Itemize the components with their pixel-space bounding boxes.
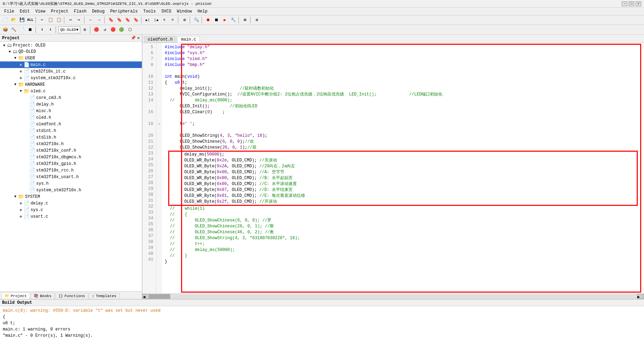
tb-bookmark1[interactable]: 🔖 [107,16,115,24]
tb-indent1[interactable]: ▶| [144,16,152,24]
menu-file[interactable]: File [1,8,17,15]
menu-project[interactable]: Project [48,8,71,15]
hscroll-track[interactable] [149,294,637,299]
tree-stm32f10x-it-c[interactable]: ⊕ 📄 stm32f10x_it.c [0,68,142,75]
tb-back[interactable]: ← [87,16,95,24]
tree-qd-oled[interactable]: ▼ 🗂 QD-OLED [0,49,142,55]
tree-delay-h[interactable]: 📄 delay.h [0,101,142,108]
tb-save[interactable]: 💾 [18,16,26,24]
tb2-build-all[interactable]: 📦 [1,26,9,34]
menu-flash[interactable]: Flash [71,8,89,15]
tab-functions[interactable]: {} Functions [55,293,88,299]
tb-play[interactable]: ▶ [221,16,229,24]
tb-paste[interactable]: 📋 [55,16,63,24]
tb2-target-dropdown[interactable]: QD-OLED ▼ [58,26,80,33]
tb-saveall[interactable]: ALL [26,16,34,24]
tb-record[interactable]: ⏺ [204,16,212,24]
tab-main-c[interactable]: main.c [177,36,200,43]
menu-view[interactable]: View [33,8,48,15]
tb-bookmark3[interactable]: 🔖 [124,16,131,24]
code-content[interactable]: #include "delay.h" #include "sys.h" #inc… [162,43,644,293]
tb2-build-target[interactable]: 🔨 [10,26,17,34]
tb-undo[interactable]: ↩ [67,16,74,24]
tb2-download[interactable]: ⬇ [38,26,46,34]
tree-stm32f10x-rcc-h[interactable]: 📄 stm32f10x_rcc.h [0,167,142,174]
tb2-target2[interactable]: 🟢 [118,26,125,34]
tb-indent3[interactable]: ≡ [161,16,168,24]
menu-svcs[interactable]: SVCS [158,8,174,15]
tb-forward[interactable]: → [95,16,103,24]
tb2-manage[interactable]: ⚙ [81,26,89,34]
tree-project-oled[interactable]: ▼ 🗂 Project: OLED [0,42,142,49]
tree-usart-c[interactable]: ⊕ 📄 usart.c [0,213,142,220]
tree-stm32f10x-conf-h[interactable]: 📄 stm32f10x_conf.h [0,147,142,154]
tb2-stop[interactable]: ⏹ [26,26,34,34]
tree-user-folder[interactable]: ▼ 📁 USER [0,55,142,61]
hscroll-left[interactable]: ◀ [142,294,149,299]
tree-misc-h[interactable]: 📄 misc.h [0,108,142,114]
tree-system-folder[interactable]: ▼ 📁 SYSTEM [0,193,142,200]
tree-stm32f10x-dbgmcu-h[interactable]: 📄 stm32f10x_dbgmcu.h [0,154,142,160]
tree-system-stm32f10x-h[interactable]: 📄 system_stm32f10x.h [0,187,142,193]
tb-bookmark4[interactable]: 🔖 [132,16,140,24]
project-close-icon[interactable]: ✕ [137,35,140,41]
tree-sys-c[interactable]: ⊕ 📄 sys.c [0,207,142,213]
tab-project[interactable]: 📁 Project [1,293,30,299]
tree-oled-c[interactable]: ▼ 📁 oled.c [0,88,142,94]
tree-core-cm3-h[interactable]: 📄 core_cm3.h [0,94,142,101]
close-button[interactable]: × [636,1,641,6]
tb-stop[interactable]: ⏹ [213,16,220,24]
tb-open[interactable]: 📂 [10,16,17,24]
editor-hscroll[interactable]: ◀ ▶ [142,293,644,299]
tree-stm32f10x-usart-h[interactable]: 📄 stm32f10x_usart.h [0,174,142,180]
menu-peripherals[interactable]: Peripherals [107,8,140,15]
tree-stdlib-h[interactable]: 📄 stdlib.h [0,134,142,141]
hscroll-thumb[interactable] [149,294,170,299]
tb2-options[interactable]: 🔴 [93,26,100,34]
tb-sep7 [190,17,191,24]
maximize-button[interactable]: □ [629,1,634,6]
tb2-download2[interactable]: ⬇ [47,26,54,34]
menu-edit[interactable]: Edit [17,8,33,15]
tree-stm32f10x-h[interactable]: 📄 stm32f10x.h [0,141,142,147]
menu-tools[interactable]: Tools [140,8,158,15]
tb-settings[interactable]: ⚙ [253,16,261,24]
tb-play2[interactable]: 🔧 [229,16,237,24]
tree-system-stm32f10x-c[interactable]: ⊕ 📄 system_stm32f10x.c [0,75,142,81]
tree-main-c[interactable]: ⊕ 📄 main.c [0,61,142,68]
code-line [165,127,641,133]
menu-window[interactable]: Window [174,8,195,15]
hscroll-right[interactable]: ▶ [637,294,644,299]
tree-hardware-folder[interactable]: ▼ 📁 HARDWARE [0,81,142,88]
tab-templates[interactable]: ↕ Templates [89,293,120,299]
file-icon: 📄 [29,108,35,114]
tree-delay-c[interactable]: ⊕ 📄 delay.c [0,200,142,207]
tree-oled-h[interactable]: 📄 oled.h [0,114,142,121]
tb-indent2[interactable]: |◀ [152,16,160,24]
tb-new[interactable]: 📄 [1,16,9,24]
tb-redo[interactable]: ↪ [75,16,83,24]
tb-cut[interactable]: ✂ [38,16,46,24]
tb-search[interactable]: 🔍 [193,16,200,24]
menu-debug[interactable]: Debug [89,8,107,15]
tree-sys-h[interactable]: 📄 sys.h [0,180,142,187]
minimize-button[interactable]: － [622,1,627,6]
tab-oledfont-h[interactable]: oledfont.h [144,36,177,43]
tb-run[interactable]: ⚙ [181,16,188,24]
tb-bookmark2[interactable]: 🔖 [115,16,123,24]
tb2-translate[interactable]: 📄 [18,26,26,34]
tb-layout[interactable]: ⊞ [241,16,249,24]
tree-stdint-h[interactable]: 📄 stdint.h [0,127,142,134]
build-output: Build Output main.c(8): warning: #550-D:… [0,299,644,344]
code-editor[interactable]: 5 6 7 8 10 11 12 13 14 16 18 [142,43,644,293]
tab-books[interactable]: 📚 Books [31,293,55,299]
tb-copy[interactable]: 📋 [47,16,54,24]
tb2-debug[interactable]: 🔴 [109,26,117,34]
tree-stm32f10x-gpio-h[interactable]: 📄 stm32f10x_gpio.h [0,160,142,167]
tb2-logo[interactable]: ⬡ [126,26,134,34]
project-pin-icon[interactable]: 📌 [131,35,136,41]
tb2-reset[interactable]: ↺ [101,26,109,34]
tree-oledfont-h[interactable]: 📄 oledfont.h [0,121,142,127]
tb-indent4[interactable]: ≡ [169,16,177,24]
menu-help[interactable]: Help [195,8,210,15]
